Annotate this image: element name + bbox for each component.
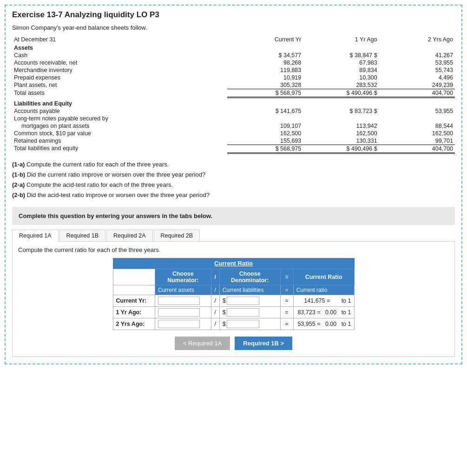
row-cs-two: 162,500 [379, 130, 455, 137]
ratio-subh-slash: / [211, 285, 219, 295]
ratio-subh-denominator: Current liabilities [219, 285, 280, 295]
row-inv-label: Merchandise inventory [12, 66, 227, 74]
ratio-result-cur-value: 141,675 [304, 298, 325, 304]
ratio-row-two-label: 2 Yrs Ago: [113, 318, 155, 330]
row-plant-label: Plant assets, net [12, 81, 227, 89]
ratio-th-equals: = [280, 269, 293, 285]
numerator-two-input[interactable] [158, 320, 200, 328]
ratio-row-one-label: 1 Yr Ago: [113, 306, 155, 318]
ratio-equals-two: = [317, 321, 320, 327]
row-ltnp-indent-label: mortgages on plant assets [12, 122, 227, 130]
q1a-label: (1-a) [12, 161, 25, 168]
ratio-tol-cur: to 1 [342, 298, 351, 304]
row-re-two: 99,701 [379, 137, 455, 145]
ratio-th-numerator: Choose Numerator: [155, 269, 211, 285]
prev-button[interactable]: < Required 1A [175, 337, 230, 350]
row-ap-two: 53,955 [379, 107, 455, 115]
ratio-equals-one: = [317, 309, 320, 316]
complete-instruction-text: Complete this question by entering your … [19, 212, 212, 219]
tabs-row: Required 1A Required 1B Required 2A Requ… [12, 230, 455, 242]
tab-required-2a[interactable]: Required 2A [106, 230, 153, 241]
row-ar-two: 53,955 [379, 59, 455, 66]
row-ltnp-one: 113,942 [303, 122, 379, 130]
ratio-table: Choose Numerator: / Choose Denominator: … [113, 269, 355, 330]
ratio-result-two-value: 53,955 [297, 321, 315, 327]
ratio-row-cur-num-input[interactable] [155, 295, 211, 306]
nav-buttons: < Required 1A Required 1B > [18, 337, 449, 350]
dollar-sign-two: $ [223, 321, 226, 327]
denominator-cur-input[interactable] [227, 297, 259, 305]
next-button[interactable]: Required 1B > [235, 337, 292, 350]
row-ltnp-cur: 109,107 [227, 122, 303, 130]
ratio-row-cur-label: Current Yr: [113, 295, 155, 306]
ratio-tol-two: to 1 [342, 321, 351, 327]
q1b: (1-b) Did the current ratio improve or w… [12, 170, 455, 180]
ratio-result-one: 0.00 [325, 309, 336, 316]
row-total-assets-label: Total assets [12, 89, 227, 98]
row-plant-two: 249,239 [379, 81, 455, 89]
page-title: Exercise 13-7 Analyzing liquidity LO P3 [12, 10, 455, 20]
col-header-two: 2 Yrs Ago [379, 36, 455, 44]
row-prepaid-label: Prepaid expenses [12, 74, 227, 81]
ratio-row-cur-slash: / [211, 295, 219, 306]
row-re-one: 130,331 [303, 137, 379, 145]
ratio-row-cur-result: 141,675 = to 1 [293, 295, 354, 306]
row-cs-cur: 162,500 [227, 130, 303, 137]
ratio-row-one-num-input[interactable] [155, 306, 211, 318]
denominator-two-input[interactable] [227, 320, 259, 328]
page-container: Exercise 13-7 Analyzing liquidity LO P3 … [5, 5, 462, 364]
row-ar-cur: 98,268 [227, 59, 303, 66]
dollar-sign-cur: $ [223, 298, 226, 304]
row-ar-label: Accounts receivable, net [12, 59, 227, 66]
tab-required-1a[interactable]: Required 1A [12, 230, 59, 242]
col-header-current: Current Yr [227, 36, 303, 44]
tab-required-1b[interactable]: Required 1B [59, 230, 106, 241]
balance-sheet-table: At December 31 Current Yr 1 Yr Ago 2 Yrs… [12, 36, 455, 154]
ratio-row-cur-den: $ [219, 295, 280, 306]
table-row: 1 Yr Ago: / $ = [113, 306, 354, 318]
row-total-assets-two: 404,700 [379, 89, 455, 98]
col-header-label: At December 31 [12, 36, 227, 44]
ratio-subh-numerator: Current assets [155, 285, 211, 295]
ratio-equals-cur: = [327, 298, 330, 304]
ratio-row-two-eq: = [280, 318, 293, 330]
ratio-row-two-num-input[interactable] [155, 318, 211, 330]
questions-section: (1-a) Compute the current ratio for each… [12, 159, 455, 200]
numerator-cur-input[interactable] [158, 297, 200, 305]
ratio-th-slash: / [211, 269, 219, 285]
tab-required-2b[interactable]: Required 2B [154, 230, 200, 241]
q2b-label: (2-b) [12, 192, 25, 198]
row-total-le-label: Total liabilities and equity [12, 145, 227, 153]
row-total-assets-cur: $ 568,975 [227, 89, 303, 98]
row-ap-cur: $ 141,675 [227, 107, 303, 115]
row-cash-one: $ 38,847 $ [303, 52, 379, 59]
denominator-one-input[interactable] [227, 308, 259, 317]
ratio-title: Current Ratio [113, 258, 355, 269]
ratio-table-wrapper: Current Ratio Choose Numerator: / Choose… [18, 258, 449, 330]
ratio-row-one-eq: = [280, 306, 293, 318]
row-ap-one: $ 83,723 $ [303, 107, 379, 115]
row-cs-one: 162,500 [303, 130, 379, 137]
row-cash-two: 41,267 [379, 52, 455, 59]
complete-instruction-box: Complete this question by entering your … [12, 207, 455, 225]
row-cash-cur: $ 34,577 [227, 52, 303, 59]
col-header-one: 1 Yr Ago [303, 36, 379, 44]
row-total-le-one: $ 490,496 $ [303, 145, 379, 153]
row-cash-label: Cash [12, 52, 227, 59]
ratio-th-denominator: Choose Denominator: [219, 269, 280, 285]
ratio-outer: Current Ratio Choose Numerator: / Choose… [113, 258, 355, 330]
numerator-one-input[interactable] [158, 308, 200, 317]
q2a-label: (2-a) [12, 181, 25, 188]
ratio-row-two-slash: / [211, 318, 219, 330]
ratio-row-two-result: 53,955 = 0.00 to 1 [293, 318, 354, 330]
row-re-cur: 155,693 [227, 137, 303, 145]
tab-content-instruction: Compute the current ratio for each of th… [18, 246, 449, 253]
ratio-result-one-value: 83,723 [297, 309, 315, 316]
ratio-row-cur-eq: = [280, 295, 293, 306]
ratio-th-result: Current Ratio [293, 269, 354, 285]
row-prepaid-cur: 10,919 [227, 74, 303, 81]
ratio-th-empty [113, 269, 155, 285]
row-cs-label: Common stock, $10 par value [12, 130, 227, 137]
row-plant-cur: 305,328 [227, 81, 303, 89]
row-plant-one: 283,532 [303, 81, 379, 89]
